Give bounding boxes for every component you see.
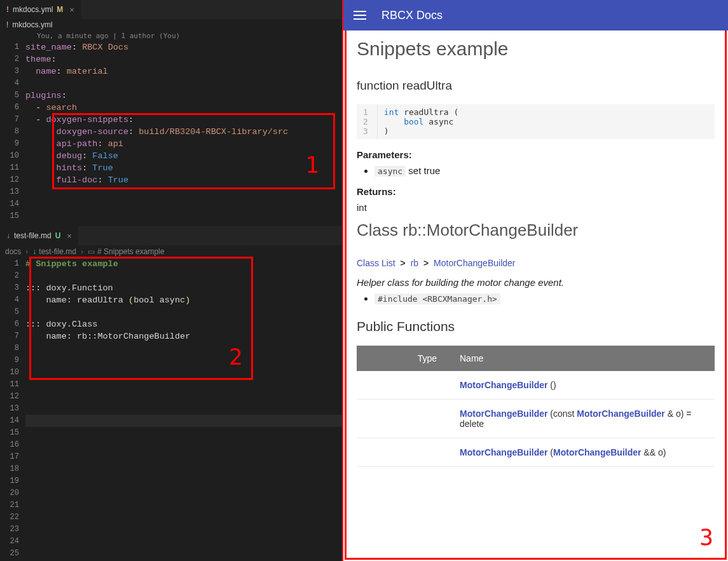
returns-value: int — [357, 202, 715, 213]
markdown-editor[interactable]: 1234567891011121314151617181920212223242… — [0, 258, 342, 561]
crumb-link[interactable]: Class List — [357, 258, 395, 268]
yaml-icon: ! — [6, 20, 8, 29]
docs-body: Snippets example function readUltra 123 … — [345, 30, 727, 560]
param-code: async — [374, 166, 406, 177]
git-blame-line: You, a minute ago | 1 author (You) — [0, 30, 342, 41]
class-description: Helper class for building the motor chan… — [357, 277, 715, 288]
th-type: Type — [357, 346, 452, 371]
yaml-editor[interactable]: 123456789101112131415 site_name: RBCX Do… — [0, 41, 342, 222]
crumb[interactable]: docs — [5, 247, 21, 256]
func-link[interactable]: MotorChangeBuilder — [460, 380, 547, 390]
params-label: Parameters: — [357, 149, 715, 160]
crumb[interactable]: # Snippets example — [97, 247, 164, 256]
code-block: 123 int readUltra ( bool async) — [357, 104, 715, 139]
table-row: MotorChangeBuilder () — [357, 371, 715, 400]
docs-header: RBCX Docs — [343, 0, 728, 30]
annotation-number-3: 3 — [699, 524, 713, 550]
docs-title: RBCX Docs — [381, 9, 443, 22]
page-title: Snippets example — [357, 38, 715, 60]
class-heading: Class rb::MotorChangeBuilder — [357, 220, 715, 240]
include-item: #include <RBCXManager.h> — [374, 293, 715, 304]
close-icon[interactable]: × — [67, 231, 72, 241]
editor-pane: ! mkdocs.yml M × ! mkdocs.yml You, a min… — [0, 0, 342, 561]
param-text: set true — [406, 165, 440, 176]
include-code: #include <RBCXManager.h> — [374, 294, 500, 304]
param-list: async set true — [374, 165, 715, 176]
crumb-link[interactable]: MotorChangeBuilder — [434, 258, 515, 268]
markdown-icon: ↓ — [32, 247, 36, 256]
yaml-icon: ! — [6, 5, 9, 14]
th-name: Name — [452, 346, 715, 371]
tab-mkdocs[interactable]: ! mkdocs.yml M × — [0, 0, 81, 19]
breadcrumb[interactable]: docs ↓ test-file.md ▭ # Snippets example — [0, 245, 342, 258]
code-body[interactable]: site_name: RBCX Docstheme: name: materia… — [25, 41, 342, 222]
docs-preview-pane: RBCX Docs Snippets example function read… — [342, 0, 728, 561]
type-link[interactable]: MotorChangeBuilder — [577, 409, 664, 419]
param-item: async set true — [374, 165, 715, 176]
table-row: MotorChangeBuilder (const MotorChangeBui… — [357, 400, 715, 438]
crumb[interactable]: test-file.md — [39, 247, 76, 256]
type-link[interactable]: MotorChangeBuilder — [553, 447, 641, 457]
func-link[interactable]: MotorChangeBuilder — [460, 447, 547, 457]
annotation-number-2: 2 — [229, 351, 243, 363]
include-list: #include <RBCXManager.h> — [374, 293, 715, 304]
code-body[interactable]: # Snippets example::: doxy.Function name… — [25, 258, 342, 561]
annotation-number-1: 1 — [305, 159, 319, 171]
public-functions-table: Type Name MotorChangeBuilder ()MotorChan… — [357, 346, 715, 467]
table-row: MotorChangeBuilder (MotorChangeBuilder &… — [357, 438, 715, 467]
func-heading: function readUltra — [357, 79, 715, 93]
menu-icon[interactable] — [354, 11, 366, 20]
returns-label: Returns: — [357, 186, 715, 197]
code-content: int readUltra ( bool async) — [378, 104, 465, 139]
code-gutter: 123 — [357, 104, 378, 139]
tab-bar-bottom: ↓ test-file.md U × — [0, 226, 342, 245]
heading-icon: ▭ — [88, 247, 95, 256]
tab-bar-top: ! mkdocs.yml M × — [0, 0, 342, 19]
func-link[interactable]: MotorChangeBuilder — [460, 409, 547, 419]
table-header-row: Type Name — [357, 346, 715, 371]
modified-badge: M — [57, 5, 63, 14]
subtab-label: mkdocs.yml — [12, 20, 52, 29]
untracked-badge: U — [55, 231, 61, 240]
tab-label: test-file.md — [14, 231, 52, 240]
crumb-link[interactable]: rb — [411, 258, 418, 268]
close-icon[interactable]: × — [69, 5, 74, 15]
markdown-icon: ↓ — [6, 231, 10, 240]
public-functions-heading: Public Functions — [357, 319, 715, 334]
tab-testfile[interactable]: ↓ test-file.md U × — [0, 226, 78, 245]
tab-label: mkdocs.yml — [13, 5, 53, 14]
gutter: 123456789101112131415 — [0, 41, 25, 222]
gutter: 1234567891011121314151617181920212223242… — [0, 258, 25, 561]
subtab-mkdocs: ! mkdocs.yml — [0, 19, 342, 30]
class-breadcrumb: Class List > rb > MotorChangeBuilder — [357, 258, 715, 268]
